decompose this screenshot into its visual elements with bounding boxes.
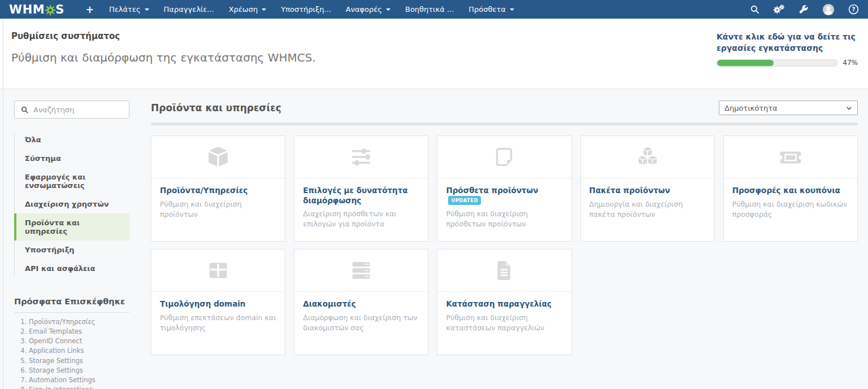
recent-link[interactable]: Application Links: [29, 347, 129, 356]
sort-dropdown[interactable]: Δημοτικότητα: [719, 100, 858, 115]
recently-visited-panel: Πρόσφατα Επισκέφθηκε Προϊόντα/Υπηρεσίες …: [14, 297, 129, 389]
sidebar-item-all[interactable]: Όλα: [14, 130, 129, 149]
logo-gear-icon: [45, 5, 56, 16]
card-title: Πρόσθετα προϊόντων: [446, 186, 538, 195]
nav-item-utilities[interactable]: Βοηθητικά ...: [398, 0, 461, 19]
card-description: Διαχείριση πρόσθετων και επιλογών για πρ…: [303, 209, 419, 229]
recently-visited-list: Προϊόντα/Υπηρεσίες Email Templates OpenI…: [14, 318, 129, 389]
card-body: Πακέτα προϊόντων Δημιουργία και διαχείρι…: [581, 178, 714, 220]
card-description: Ρύθμιση επεκτάσεων domain και τιμολόγηση…: [160, 313, 276, 333]
chevron-down-icon: [510, 8, 514, 11]
recent-link[interactable]: OpenID Connect: [29, 337, 129, 346]
sidebar-item-apps-integrations[interactable]: Εφαρμογές και ενσωματώσεις: [14, 168, 129, 195]
nav-item-billing[interactable]: Χρέωση: [222, 0, 274, 19]
chevron-down-icon: [145, 8, 149, 11]
quick-add-button[interactable]: +: [78, 4, 102, 15]
card-body: Διακομιστές Διαμόρφωση και διαχείριση τω…: [294, 292, 428, 333]
whmcs-logo[interactable]: WHM S: [9, 3, 64, 16]
chevron-down-icon: [262, 8, 266, 11]
page-title: Ρυθμίσεις συστήματος: [11, 31, 316, 41]
progress-fill: [717, 60, 774, 66]
sort-selected-value: Δημοτικότητα: [724, 104, 778, 112]
setup-progress-row: 47%: [717, 59, 858, 67]
nav-item-reports[interactable]: Αναφορές: [338, 0, 398, 19]
top-navbar: WHM S + Πελάτες Παραγγελίε... Χρέωση Υπο…: [0, 0, 868, 19]
recent-link[interactable]: Email Templates: [29, 327, 129, 336]
nav-item-support[interactable]: Υποστήριξη...: [274, 0, 338, 19]
nav-item-orders[interactable]: Παραγγελίε...: [157, 0, 222, 19]
recent-link[interactable]: Automation Settings: [29, 376, 129, 385]
card-description: Ρύθμιση και διαχείριση κωδικών προσφοράς: [732, 199, 849, 220]
search-input[interactable]: [33, 106, 123, 114]
nav-item-clients[interactable]: Πελάτες: [102, 0, 157, 19]
page-subtitle: Ρύθμιση και διαμόρφωση της εγκατάστασης …: [11, 51, 316, 64]
sticky-note-icon: [437, 136, 571, 178]
card-product-bundles[interactable]: Πακέτα προϊόντων Δημιουργία και διαχείρι…: [580, 136, 715, 242]
card-title: Προϊόντα/Υπηρεσίες: [160, 186, 248, 195]
ticket-icon: [724, 136, 857, 178]
section-heading: Προϊόντα και υπηρεσίες: [151, 102, 281, 113]
left-edge-divider: [3, 19, 3, 389]
settings-card-grid: Προϊόντα/Υπηρεσίες Ρύθμιση και διαχείρισ…: [151, 136, 858, 355]
chevron-down-icon: [386, 8, 390, 11]
content-area: Όλα Σύστημα Εφαρμογές και ενσωματώσεις Δ…: [0, 89, 868, 389]
server-icon: [294, 250, 428, 292]
nav-item-label: Πελάτες: [109, 5, 141, 14]
setup-tasks-link[interactable]: Κάντε κλικ εδώ για να δείτε τις εργασίες…: [717, 32, 858, 54]
recent-link[interactable]: Storage Settings: [29, 366, 129, 375]
horizontal-scrollbar[interactable]: [151, 123, 858, 125]
card-domain-pricing[interactable]: Τιμολόγηση domain Ρύθμιση επεκτάσεων dom…: [151, 249, 285, 355]
sidebar-item-user-management[interactable]: Διαχείριση χρηστών: [14, 195, 129, 213]
card-body: Προσφορές και κουπόνια Ρύθμιση και διαχε…: [724, 178, 857, 220]
sidebar-item-support[interactable]: Υποστήριξη: [14, 241, 129, 259]
sidebar-item-api-security[interactable]: API και ασφάλεια: [14, 259, 129, 278]
card-description: Ρύθμιση και διαχείριση πρόσθετων προϊόντ…: [446, 209, 562, 229]
cubes-icon: [581, 136, 714, 178]
system-settings-gears-icon[interactable]: [773, 5, 785, 14]
card-body: Κατάσταση παραγγελίας Ρύθμιση και διαχεί…: [437, 292, 571, 333]
wrench-icon[interactable]: [799, 5, 809, 14]
sidebar-search-box[interactable]: [14, 100, 129, 119]
nav-item-label: Υποστήριξη...: [281, 5, 331, 14]
user-avatar[interactable]: [822, 3, 835, 16]
sidebar-item-products-services[interactable]: Προϊόντα και υπηρεσίες: [14, 213, 129, 241]
card-description: Ρύθμιση και διαχείριση προϊόντων: [160, 199, 276, 220]
card-product-addons[interactable]: Πρόσθετα προϊόντωνUPDATED Ρύθμιση και δι…: [437, 136, 571, 242]
recent-link[interactable]: Προϊόντα/Υπηρεσίες: [29, 318, 129, 327]
updated-badge: UPDATED: [448, 196, 481, 205]
search-icon[interactable]: [750, 5, 760, 14]
recent-link[interactable]: Sign-In Integrations: [29, 386, 129, 389]
sidebar-item-system[interactable]: Σύστημα: [14, 149, 129, 168]
card-servers[interactable]: Διακομιστές Διαμόρφωση και διαχείριση τω…: [294, 249, 428, 355]
search-icon: [21, 106, 28, 113]
card-body: Πρόσθετα προϊόντωνUPDATED Ρύθμιση και δι…: [437, 178, 571, 229]
table-icon: [151, 250, 285, 292]
logo-text-pre: WHM: [9, 3, 45, 16]
page-header: Ρυθμίσεις συστήματος Ρύθμιση και διαμόρφ…: [0, 19, 868, 89]
logo-text-post: S: [55, 3, 64, 16]
recently-visited-title: Πρόσφατα Επισκέφθηκε: [14, 297, 129, 313]
nav-item-addons[interactable]: Πρόσθετα: [461, 0, 522, 19]
card-title: Κατάσταση παραγγελίας: [446, 299, 552, 308]
card-products-services[interactable]: Προϊόντα/Υπηρεσίες Ρύθμιση και διαχείρισ…: [151, 136, 285, 242]
nav-item-label: Χρέωση: [229, 5, 258, 14]
nav-item-label: Πρόσθετα: [468, 5, 506, 14]
card-body: Τιμολόγηση domain Ρύθμιση επεκτάσεων dom…: [151, 292, 285, 333]
help-icon[interactable]: ?: [848, 4, 859, 15]
box-icon: [151, 136, 285, 178]
card-title: Τιμολόγηση domain: [160, 299, 245, 308]
card-description: Δημιουργία και διαχείριση πακέτα προϊόντ…: [589, 199, 706, 220]
recent-link[interactable]: Storage Settings: [29, 357, 129, 366]
card-title: Πακέτα προϊόντων: [589, 186, 670, 195]
card-description: Ρύθμιση και διαχείριση καταστάσεων παραγ…: [446, 313, 562, 333]
nav-item-label: Παραγγελίε...: [164, 5, 214, 14]
card-configurable-options[interactable]: Επιλογές με δυνατότητα διαμόρφωσης Διαχε…: [294, 136, 428, 242]
card-description: Διαμόρφωση και διαχείριση των διακομιστώ…: [303, 313, 419, 333]
file-icon: [437, 250, 571, 292]
sliders-icon: [294, 136, 428, 178]
nav-item-label: Αναφορές: [346, 5, 382, 14]
progress-percent: 47%: [843, 59, 858, 67]
main-header: Προϊόντα και υπηρεσίες Δημοτικότητα: [151, 100, 858, 115]
card-promotions-coupons[interactable]: Προσφορές και κουπόνια Ρύθμιση και διαχε…: [723, 136, 858, 242]
card-order-status[interactable]: Κατάσταση παραγγελίας Ρύθμιση και διαχεί…: [437, 249, 571, 355]
